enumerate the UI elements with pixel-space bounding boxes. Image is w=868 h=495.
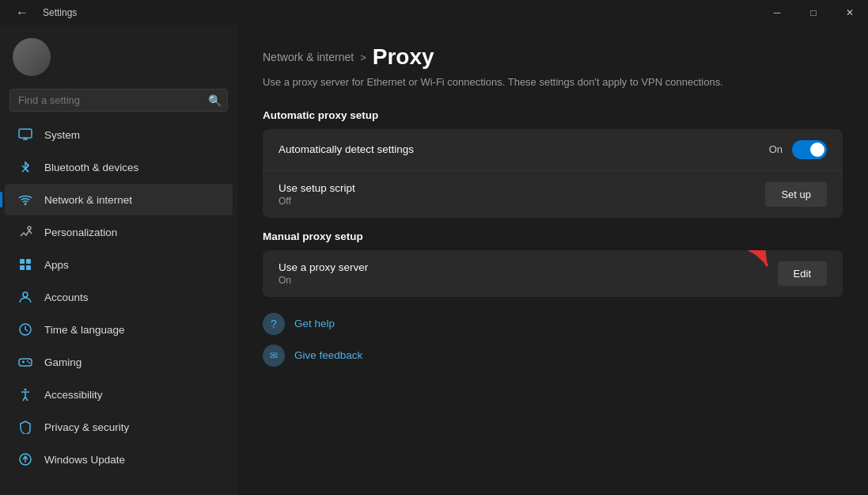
sidebar-item-time[interactable]: Time & language <box>5 314 233 345</box>
auto-detect-row: Automatically detect settings On <box>263 129 843 171</box>
accounts-icon <box>17 289 33 305</box>
svg-point-6 <box>25 203 27 205</box>
sidebar-nav: System Bluetooth & devices <box>0 118 237 476</box>
auto-detect-label: Automatically detect settings <box>279 143 414 155</box>
auto-detect-info: Automatically detect settings <box>279 143 414 155</box>
sidebar-item-personalization-label: Personalization <box>44 227 117 238</box>
personalization-icon <box>17 224 33 240</box>
auto-detect-toggle[interactable] <box>792 140 827 159</box>
setup-script-info: Use setup script Off <box>279 182 355 207</box>
title-bar-controls: ─ □ ✕ <box>759 0 868 25</box>
accessibility-icon <box>17 386 33 402</box>
use-proxy-label: Use a proxy server <box>279 261 368 273</box>
search-icon: 🔍 <box>208 94 222 107</box>
system-icon <box>17 127 33 143</box>
search-box: 🔍 <box>9 89 228 112</box>
avatar <box>13 38 51 76</box>
apps-icon <box>17 257 33 272</box>
breadcrumb-parent[interactable]: Network & internet <box>263 51 354 63</box>
page-description: Use a proxy server for Ethernet or Wi-Fi… <box>263 74 843 90</box>
sidebar-item-windows-update[interactable]: Windows Update <box>5 444 233 475</box>
sidebar-item-apps[interactable]: Apps <box>5 249 233 280</box>
sidebar-item-system[interactable]: System <box>5 119 233 150</box>
svg-rect-11 <box>26 265 31 270</box>
sidebar-item-accounts[interactable]: Accounts <box>5 281 233 313</box>
network-icon <box>17 192 33 208</box>
gaming-icon <box>17 354 33 370</box>
svg-rect-0 <box>19 129 32 138</box>
app-body: 🔍 System <box>0 25 868 495</box>
get-help-icon: ? <box>263 313 285 335</box>
avatar-placeholder <box>13 38 51 76</box>
windows-update-icon <box>17 451 33 467</box>
content-area: Network & internet > Proxy Use a proxy s… <box>237 25 868 495</box>
use-proxy-row: Use a proxy server On Edit <box>263 250 843 297</box>
use-proxy-sub: On <box>279 275 368 286</box>
svg-point-19 <box>27 360 28 362</box>
sidebar: 🔍 System <box>0 25 237 495</box>
title-bar-title: Settings <box>43 7 77 18</box>
breadcrumb: Network & internet > Proxy <box>263 44 843 70</box>
sidebar-item-network[interactable]: Network & internet <box>5 184 233 215</box>
automatic-section-header: Automatic proxy setup <box>263 109 843 121</box>
get-help-link[interactable]: ? Get help <box>263 313 843 335</box>
svg-rect-8 <box>20 259 25 264</box>
sidebar-item-personalization[interactable]: Personalization <box>5 216 233 248</box>
svg-line-15 <box>25 329 28 331</box>
sidebar-item-bluetooth-label: Bluetooth & devices <box>44 162 138 173</box>
use-proxy-edit-button[interactable]: Edit <box>778 261 827 286</box>
sidebar-item-windows-update-label: Windows Update <box>44 454 125 466</box>
sidebar-item-gaming[interactable]: Gaming <box>5 346 233 378</box>
setup-script-button[interactable]: Set up <box>765 182 827 207</box>
give-feedback-label: Give feedback <box>294 349 362 361</box>
sidebar-item-accessibility-label: Accessibility <box>44 389 103 401</box>
sidebar-item-privacy[interactable]: Privacy & security <box>5 411 233 443</box>
manual-section-header: Manual proxy setup <box>263 230 843 242</box>
breadcrumb-separator: > <box>360 51 366 63</box>
sidebar-item-system-label: System <box>44 129 80 141</box>
give-feedback-icon: ✉ <box>263 345 285 367</box>
get-help-icon-symbol: ? <box>271 318 277 330</box>
svg-point-21 <box>25 389 27 391</box>
give-feedback-link[interactable]: ✉ Give feedback <box>263 345 843 367</box>
setup-script-row: Use setup script Off Set up <box>263 171 843 218</box>
svg-point-12 <box>23 292 28 297</box>
svg-point-7 <box>28 227 31 230</box>
bluetooth-icon <box>17 159 33 175</box>
auto-detect-action: On <box>769 140 827 159</box>
sidebar-item-gaming-label: Gaming <box>44 356 81 368</box>
use-proxy-info: Use a proxy server On <box>279 261 368 286</box>
page-title: Proxy <box>373 44 434 70</box>
title-bar: ← Settings ─ □ ✕ <box>0 0 868 25</box>
sidebar-item-apps-label: Apps <box>44 259 69 271</box>
toggle-knob <box>810 143 824 157</box>
sidebar-profile[interactable] <box>0 25 237 86</box>
get-help-label: Get help <box>294 318 335 329</box>
sidebar-item-accessibility[interactable]: Accessibility <box>5 379 233 410</box>
setup-script-sub: Off <box>279 196 355 207</box>
give-feedback-icon-symbol: ✉ <box>270 350 278 361</box>
svg-rect-9 <box>26 259 31 264</box>
sidebar-item-privacy-label: Privacy & security <box>44 421 129 433</box>
title-bar-left: ← Settings <box>9 2 77 23</box>
sidebar-item-accounts-label: Accounts <box>44 291 89 303</box>
sidebar-item-network-label: Network & internet <box>44 194 132 206</box>
help-links: ? Get help ✉ Give feedback <box>263 313 843 367</box>
automatic-proxy-card: Automatically detect settings On Use set… <box>263 129 843 218</box>
search-input[interactable] <box>9 89 228 112</box>
close-button[interactable]: ✕ <box>832 0 868 25</box>
privacy-icon <box>17 419 33 435</box>
sidebar-item-time-label: Time & language <box>44 324 125 336</box>
time-icon <box>17 322 33 337</box>
setup-script-label: Use setup script <box>279 182 355 194</box>
minimize-button[interactable]: ─ <box>759 0 795 25</box>
sidebar-item-bluetooth[interactable]: Bluetooth & devices <box>5 151 233 183</box>
auto-detect-toggle-label: On <box>769 143 783 155</box>
svg-line-5 <box>22 169 25 172</box>
svg-rect-10 <box>20 265 25 270</box>
maximize-button[interactable]: □ <box>795 0 832 25</box>
svg-point-20 <box>28 362 30 364</box>
manual-proxy-card: Use a proxy server On Edit <box>263 250 843 297</box>
back-button[interactable]: ← <box>9 2 35 23</box>
